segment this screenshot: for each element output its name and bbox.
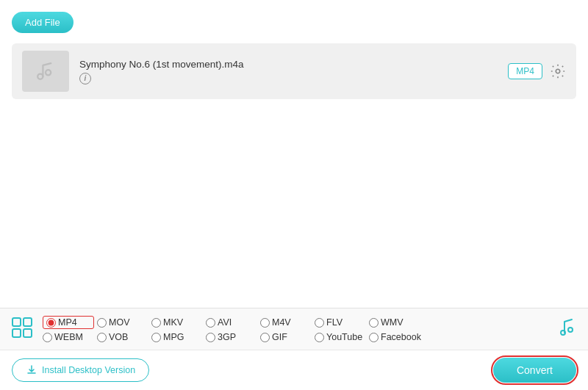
format-radio-youtube[interactable] — [315, 333, 324, 342]
format-option-vob[interactable]: VOB — [97, 332, 148, 342]
install-label: Install Desktop Version — [42, 365, 135, 375]
format-option-mov[interactable]: MOV — [97, 317, 148, 328]
svg-point-6 — [568, 328, 573, 332]
format-bar: MP4MOVMKVAVIM4VFLVWMV WEBMVOBMPG3GPGIFYo… — [0, 308, 588, 350]
svg-point-0 — [556, 69, 560, 73]
format-radio-mkv[interactable] — [151, 318, 161, 328]
format-option-wmv[interactable]: WMV — [369, 317, 420, 328]
format-row-2: WEBMVOBMPG3GPGIFYouTubeFacebook — [43, 332, 551, 342]
format-option-m4v[interactable]: M4V — [260, 317, 312, 328]
format-option-mkv[interactable]: MKV — [151, 317, 203, 328]
format-radio-webm[interactable] — [43, 333, 52, 342]
format-option-flv[interactable]: FLV — [315, 317, 366, 328]
format-label-youtube: YouTube — [326, 332, 362, 342]
convert-button[interactable]: Convert — [493, 358, 576, 383]
music-note-icon — [557, 317, 578, 342]
svg-rect-2 — [24, 318, 32, 326]
format-option-gif[interactable]: GIF — [260, 332, 312, 342]
file-name: Symphony No.6 (1st movement).m4a — [79, 59, 498, 70]
format-label-mpg: MPG — [163, 332, 184, 342]
file-actions: MP4 — [508, 63, 566, 79]
format-radio-mpg[interactable] — [151, 333, 161, 342]
file-item: Symphony No.6 (1st movement).m4a i MP4 — [12, 43, 576, 99]
format-radio-3gp[interactable] — [206, 333, 215, 342]
format-radio-gif[interactable] — [260, 333, 270, 342]
info-icon[interactable]: i — [79, 73, 91, 84]
format-label-vob: VOB — [109, 332, 128, 342]
format-label-m4v: M4V — [272, 317, 291, 328]
format-radio-mp4[interactable] — [46, 318, 56, 328]
format-radio-facebook[interactable] — [369, 333, 379, 342]
format-option-webm[interactable]: WEBM — [43, 332, 94, 342]
format-option-mpg[interactable]: MPG — [151, 332, 203, 342]
format-label-mp4: MP4 — [58, 317, 77, 328]
format-radio-flv[interactable] — [315, 318, 324, 328]
format-option-facebook[interactable]: Facebook — [369, 332, 421, 342]
format-option-youtube[interactable]: YouTube — [315, 332, 366, 342]
format-radio-avi[interactable] — [206, 318, 215, 328]
format-option-mp4[interactable]: MP4 — [43, 316, 94, 329]
file-info: Symphony No.6 (1st movement).m4a i — [79, 59, 498, 84]
svg-rect-4 — [24, 329, 32, 337]
content-area — [12, 106, 576, 296]
format-label-wmv: WMV — [381, 317, 404, 328]
svg-point-5 — [561, 331, 565, 335]
format-badge[interactable]: MP4 — [508, 63, 542, 79]
add-file-button[interactable]: Add File — [12, 12, 74, 33]
settings-icon[interactable] — [550, 63, 566, 79]
svg-rect-3 — [12, 329, 21, 337]
format-radio-mov[interactable] — [97, 318, 107, 328]
format-label-webm: WEBM — [54, 332, 83, 342]
format-label-3gp: 3GP — [218, 332, 236, 342]
grid-icon — [10, 316, 34, 342]
format-label-mov: MOV — [109, 317, 129, 328]
format-row-1: MP4MOVMKVAVIM4VFLVWMV — [43, 316, 551, 329]
file-thumbnail — [22, 51, 69, 92]
format-label-avi: AVI — [218, 317, 232, 328]
music-icon — [32, 58, 59, 84]
install-button[interactable]: Install Desktop Version — [12, 358, 149, 382]
format-radio-wmv[interactable] — [369, 318, 379, 328]
format-radio-vob[interactable] — [97, 333, 107, 342]
format-label-facebook: Facebook — [381, 332, 421, 342]
format-label-gif: GIF — [272, 332, 287, 342]
bottom-actions: Install Desktop Version Convert — [0, 350, 588, 390]
main-container: Add File Symphony No.6 (1st movement).m4… — [0, 0, 588, 308]
format-label-mkv: MKV — [163, 317, 183, 328]
format-options: MP4MOVMKVAVIM4VFLVWMV WEBMVOBMPG3GPGIFYo… — [43, 316, 551, 342]
format-option-3gp[interactable]: 3GP — [206, 332, 257, 342]
format-label-flv: FLV — [326, 317, 343, 328]
svg-rect-1 — [12, 318, 21, 326]
download-icon — [26, 364, 37, 376]
format-radio-m4v[interactable] — [260, 318, 270, 328]
format-option-avi[interactable]: AVI — [206, 317, 257, 328]
